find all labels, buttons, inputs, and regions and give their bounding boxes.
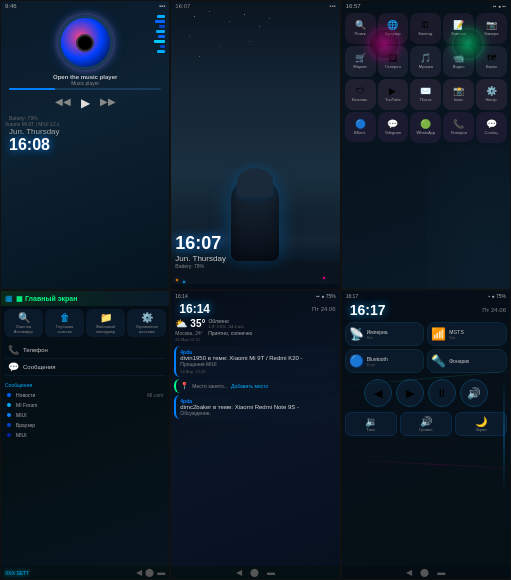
menu-miui[interactable]: MIUI [5, 410, 165, 420]
menu-miui2[interactable]: MIUI [5, 430, 165, 440]
flashlight-icon: 🔦 [431, 354, 446, 368]
figure-silhouette [231, 176, 279, 261]
recent-btn-6[interactable]: ▬ [437, 568, 445, 577]
time-main-2: 16:07 [175, 233, 226, 254]
time-status-6: 16:17 [346, 293, 359, 299]
bluetooth-sub: Бтул [367, 362, 388, 367]
ctrl-circle-1[interactable]: ◀ [364, 379, 392, 407]
weather-date-5: 24 Мар 15:19 [171, 337, 339, 342]
bottom-bar-4: XXX SETT ◀ ⬤ ▬ [1, 566, 169, 579]
btn-screen[interactable]: 🌙 Экран [455, 412, 507, 436]
recent-btn-4[interactable]: ▬ [157, 568, 165, 577]
location-name-5: Москва, 24° [175, 330, 202, 336]
qg-wifi[interactable]: 📶 MGTS Bat [427, 322, 507, 346]
time-row-6: 16:17 Пт 24.06 [342, 301, 510, 319]
location-icon-1: 📍 [180, 382, 189, 390]
phone-nav-icon: 📞 [8, 345, 19, 355]
quick-grid-6: 📡 Империа Bat 📶 MGTS Bat 🔵 Bluetooth Бту… [342, 319, 510, 376]
vol-up-text: Громко [403, 427, 449, 432]
phone-nav-label: Телефон [23, 347, 48, 353]
messages-nav-icon: 💬 [8, 362, 19, 372]
main-grid: 9:46 ▪▪▪ Open the music player Music pla… [0, 0, 511, 580]
equalizer [154, 15, 165, 53]
add-place-link[interactable]: Добавить место [231, 383, 268, 389]
app-label-settings: Настр. [485, 97, 497, 102]
next-button[interactable]: ▶▶ [100, 96, 116, 110]
deep-clean-label: Глубокаяочистка [47, 324, 82, 334]
home-btn-5[interactable]: ⬤ [250, 568, 259, 577]
location-text-1: Место занято... [192, 383, 228, 389]
app-icon-security[interactable]: 🛡 Безопас. [345, 79, 376, 110]
ctrl-circle-4[interactable]: 🔊 [460, 379, 488, 407]
ctrl-circle-2[interactable]: ▶ [396, 379, 424, 407]
weather-sub-5: Приятно, солнечно [208, 330, 252, 336]
cell-music-player: 9:46 ▪▪▪ Open the music player Music pla… [0, 0, 170, 290]
back-btn-4[interactable]: ◀ [136, 568, 142, 577]
app-icon-phone[interactable]: 📞 Телефон [443, 112, 474, 143]
music-album-art[interactable] [58, 15, 113, 70]
app-icon-telegram[interactable]: 💬 Telegram [378, 112, 409, 143]
wifi-sub: Bat [449, 335, 463, 340]
battery-2: Battery: 79% [175, 263, 226, 269]
app-icon-whatsapp[interactable]: 🟢 WhatsApp [410, 112, 441, 143]
messages-nav-label: Сообщения [23, 364, 56, 370]
nav-items: 📞 Телефон 💬 Сообщения [1, 340, 169, 378]
notif-body-2: Обсуждение. [180, 410, 332, 417]
qg-flashlight[interactable]: 🔦 Фонарик [427, 349, 507, 373]
cell-app-grid: 16:57 ▪▪ ● ▪▪ 🔍 Поиск 🌐 Браузер 🗓 Календ… [341, 0, 511, 290]
mask-right [454, 30, 482, 58]
cell-wallpaper: 16:07 ▪▪▪ 16:07 Jun. Thursday Battery: 7… [170, 0, 340, 290]
qa-deep-clean[interactable]: 🗑 Глубокаяочистка [45, 309, 84, 337]
qg-internet[interactable]: 📡 Империа Bat [345, 322, 425, 346]
home-btn-4[interactable]: ⬤ [145, 568, 154, 577]
app-icon-mail[interactable]: ✉️ Почта [410, 79, 441, 110]
menu-browser[interactable]: Браузер [5, 420, 165, 430]
location-item-1[interactable]: 📍 Место занято... Добавить место [174, 379, 336, 393]
ctrl-circle-3[interactable]: ⏸ [428, 379, 456, 407]
time-status-2: 16:07 [175, 3, 190, 9]
internet-text: Империа [367, 329, 388, 335]
bottom-nav-6: ◀ ⬤ ▬ [342, 566, 510, 579]
qa-files[interactable]: 📁 Файловыйменеджер [86, 309, 125, 337]
app-icon-messages[interactable]: 💬 Сообщ. [476, 112, 507, 143]
nav-messages[interactable]: 💬 Сообщения [5, 359, 165, 376]
app-icon-settings[interactable]: ⚙️ Настр. [476, 79, 507, 110]
btn-vol-down[interactable]: 🔉 Тихо [345, 412, 397, 436]
prev-button[interactable]: ◀◀ [55, 96, 71, 110]
bottom-label-4: XXX SETT [5, 570, 29, 576]
files-label: Файловыйменеджер [88, 324, 123, 334]
signal-2: ▪▪▪ [329, 3, 335, 9]
battery-icons-1: ▪▪▪ [159, 3, 165, 9]
app-icon-vk[interactable]: 🔵 ВКонт. [345, 112, 376, 143]
menu-news[interactable]: Новости MI.com [5, 390, 165, 400]
qg-bluetooth[interactable]: 🔵 Bluetooth Бтул [345, 349, 425, 373]
panel-header: ▦ ▦ Главный экран [1, 291, 169, 306]
btn-vol-up[interactable]: 🔊 Громко [400, 412, 452, 436]
cleaner-label: ОчисткаАнтивирус [6, 324, 41, 334]
home-btn-6[interactable]: ⬤ [420, 568, 429, 577]
menu-news-right: MI.com [147, 392, 163, 398]
status-bar-2: 16:07 ▪▪▪ [171, 3, 339, 9]
app-label-telegram: Telegram [385, 130, 401, 135]
app-icon-youtube[interactable]: ▶ YouTube [378, 79, 409, 110]
qa-gestures[interactable]: ⚙️ Управлениежестами [127, 309, 166, 337]
app-label-instagram: Insta. [454, 97, 464, 102]
time-overlay-2: 16:07 Jun. Thursday Battery: 79% [175, 233, 226, 269]
progress-bar[interactable] [9, 88, 161, 90]
recent-btn-5[interactable]: ▬ [267, 568, 275, 577]
weather-temp-5: 35° [190, 318, 205, 329]
nav-phone[interactable]: 📞 Телефон [5, 342, 165, 359]
menu-forum[interactable]: MI Forum [5, 400, 165, 410]
app-label-phone: Телефон [450, 130, 467, 135]
music-info: Open the music player Music player [1, 72, 169, 88]
cell-notifications: 16:14 ▪▪ ● 75% 16:14 Пт 24.06 ⛅ 35° Обла… [170, 290, 340, 580]
back-btn-5[interactable]: ◀ [236, 568, 242, 577]
quick-actions: 🔍 ОчисткаАнтивирус 🗑 Глубокаяочистка 📁 Ф… [1, 306, 169, 340]
menu-dot-1 [7, 393, 11, 397]
qa-cleaner[interactable]: 🔍 ОчисткаАнтивирус [4, 309, 43, 337]
app-icon-instagram[interactable]: 📸 Insta. [443, 79, 474, 110]
play-button[interactable]: ▶ [81, 96, 90, 110]
gestures-label: Управлениежестами [129, 324, 164, 334]
back-btn-6[interactable]: ◀ [406, 568, 412, 577]
menu-browser-text: Браузер [16, 422, 35, 428]
